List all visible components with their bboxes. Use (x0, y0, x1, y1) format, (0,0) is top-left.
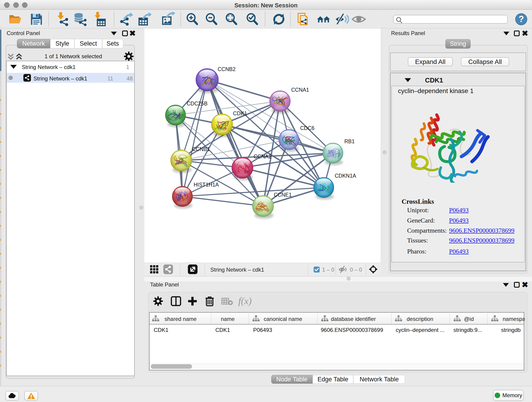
svg-text:CDC6: CDC6 (300, 125, 315, 131)
svg-text:CDC25B: CDC25B (187, 101, 208, 107)
svg-text:CDK1: CDK1 (233, 110, 247, 116)
svg-text:CCNE1: CCNE1 (274, 192, 292, 198)
svg-text:HIST1H1A: HIST1H1A (194, 182, 219, 188)
svg-text:?: ? (519, 14, 524, 24)
svg-text:CCNB1: CCNB1 (192, 146, 210, 152)
svg-text:CCNA2: CCNA2 (254, 153, 272, 160)
svg-text:RB1: RB1 (344, 138, 355, 144)
svg-text:CCNB2: CCNB2 (218, 66, 235, 72)
svg-text:CDKN1A: CDKN1A (335, 173, 356, 179)
svg-text:CCNA1: CCNA1 (291, 87, 309, 93)
